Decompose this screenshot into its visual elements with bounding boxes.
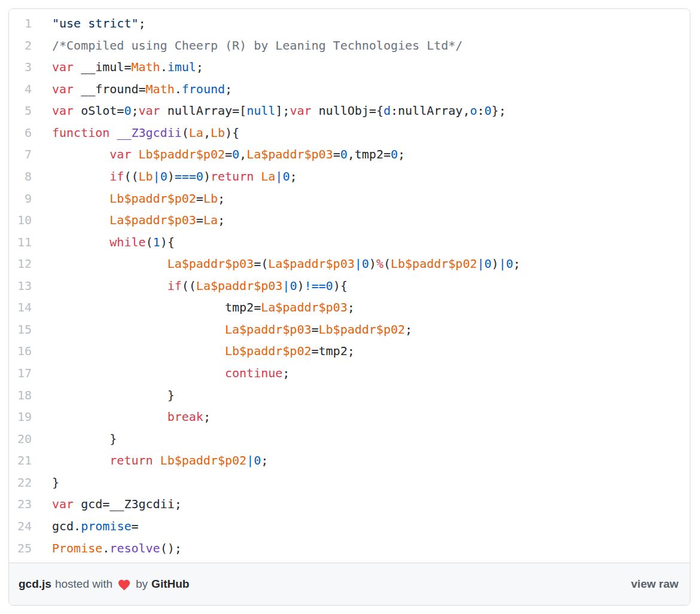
code-text: } — [32, 428, 117, 450]
line-number: 24 — [9, 515, 32, 537]
code-block: 1"use strict";2/*Compiled using Cheerp (… — [9, 9, 690, 563]
line-number: 11 — [9, 231, 32, 253]
code-line: 14 tmp2=La$paddr$p03; — [9, 297, 684, 319]
code-line: 20 } — [9, 428, 684, 450]
line-number: 3 — [9, 56, 32, 78]
line-number: 16 — [9, 340, 32, 362]
code-text: continue; — [32, 362, 290, 384]
code-text: } — [32, 472, 59, 494]
code-text: if((La$paddr$p03|0)!==0){ — [32, 275, 348, 297]
line-number: 18 — [9, 384, 32, 407]
line-number: 12 — [9, 253, 32, 275]
code-text: if((Lb|0)===0)return La|0; — [32, 166, 297, 188]
code-text: La$paddr$p03=(La$paddr$p03|0)%(Lb$paddr$… — [32, 253, 521, 275]
code-text: tmp2=La$paddr$p03; — [32, 297, 355, 319]
by-text: by — [136, 578, 148, 591]
code-line: 22} — [9, 472, 684, 494]
code-line: 25Promise.resolve(); — [9, 537, 684, 560]
code-text: var Lb$paddr$p02=0,La$paddr$p03=0,tmp2=0… — [32, 143, 405, 166]
line-number: 6 — [9, 122, 32, 144]
code-text: break; — [32, 406, 211, 428]
code-text: return Lb$paddr$p02|0; — [32, 450, 268, 472]
code-line: 4var __fround=Math.fround; — [9, 78, 684, 100]
code-line: 8 if((Lb|0)===0)return La|0; — [9, 166, 684, 188]
code-line: 10 La$paddr$p03=La; — [9, 209, 684, 231]
code-line: 11 while(1){ — [9, 231, 684, 253]
code-text: /*Compiled using Cheerp (R) by Leaning T… — [32, 35, 462, 57]
code-line: 23var gcd=__Z3gcdii; — [9, 493, 684, 515]
filename-link[interactable]: gcd.js — [19, 578, 51, 591]
code-text: La$paddr$p03=Lb$paddr$p02; — [32, 319, 412, 341]
line-number: 8 — [9, 166, 32, 188]
code-line: 24gcd.promise= — [9, 515, 684, 537]
code-text: gcd.promise= — [32, 515, 139, 537]
line-number: 15 — [9, 319, 32, 341]
line-number: 20 — [9, 428, 32, 450]
code-text: var __imul=Math.imul; — [32, 56, 203, 78]
line-number: 2 — [9, 35, 32, 57]
code-line: 1"use strict"; — [9, 13, 684, 35]
code-text: "use strict"; — [32, 13, 146, 35]
gist-attribution: gcd.js hosted with by GitHub — [19, 578, 189, 591]
line-number: 1 — [9, 13, 32, 35]
code-line: 9 Lb$paddr$p02=Lb; — [9, 188, 684, 210]
code-text: } — [32, 384, 175, 407]
code-line: 15 La$paddr$p03=Lb$paddr$p02; — [9, 319, 684, 341]
line-number: 14 — [9, 297, 32, 319]
code-text: while(1){ — [32, 231, 175, 253]
code-line: 12 La$paddr$p03=(La$paddr$p03|0)%(Lb$pad… — [9, 253, 684, 275]
code-line: 17 continue; — [9, 362, 684, 384]
code-line: 18 } — [9, 384, 684, 407]
code-text: var gcd=__Z3gcdii; — [32, 493, 182, 515]
code-text: La$paddr$p03=La; — [32, 209, 225, 231]
code-line: 21 return Lb$paddr$p02|0; — [9, 450, 684, 472]
code-text: function __Z3gcdii(La,Lb){ — [32, 122, 239, 144]
gist-footer: gcd.js hosted with by GitHub view raw — [9, 563, 690, 605]
line-number: 5 — [9, 100, 32, 122]
line-number: 25 — [9, 537, 32, 560]
line-number: 23 — [9, 493, 32, 515]
code-line: 19 break; — [9, 406, 684, 428]
line-number: 21 — [9, 450, 32, 472]
code-line: 7 var Lb$paddr$p02=0,La$paddr$p03=0,tmp2… — [9, 143, 684, 166]
view-raw-link[interactable]: view raw — [631, 578, 678, 591]
line-number: 17 — [9, 362, 32, 384]
code-line: 13 if((La$paddr$p03|0)!==0){ — [9, 275, 684, 297]
gist-embed: 1"use strict";2/*Compiled using Cheerp (… — [8, 8, 690, 606]
code-line: 5var oSlot=0;var nullArray=[null];var nu… — [9, 100, 684, 122]
code-line: 6function __Z3gcdii(La,Lb){ — [9, 122, 684, 144]
code-text: Lb$paddr$p02=Lb; — [32, 188, 225, 210]
code-line: 2/*Compiled using Cheerp (R) by Leaning … — [9, 35, 684, 57]
code-text: Lb$paddr$p02=tmp2; — [32, 340, 355, 362]
code-text: var oSlot=0;var nullArray=[null];var nul… — [32, 100, 506, 122]
hosted-with-text: hosted with — [55, 578, 112, 591]
line-number: 10 — [9, 209, 32, 231]
code-line: 3var __imul=Math.imul; — [9, 56, 684, 78]
line-number: 9 — [9, 188, 32, 210]
heart-icon — [117, 578, 131, 591]
code-text: Promise.resolve(); — [32, 537, 182, 560]
line-number: 13 — [9, 275, 32, 297]
code-text: var __fround=Math.fround; — [32, 78, 232, 100]
github-link[interactable]: GitHub — [151, 578, 189, 591]
line-number: 22 — [9, 472, 32, 494]
line-number: 19 — [9, 406, 32, 428]
line-number: 7 — [9, 143, 32, 166]
line-number: 4 — [9, 78, 32, 100]
code-line: 16 Lb$paddr$p02=tmp2; — [9, 340, 684, 362]
